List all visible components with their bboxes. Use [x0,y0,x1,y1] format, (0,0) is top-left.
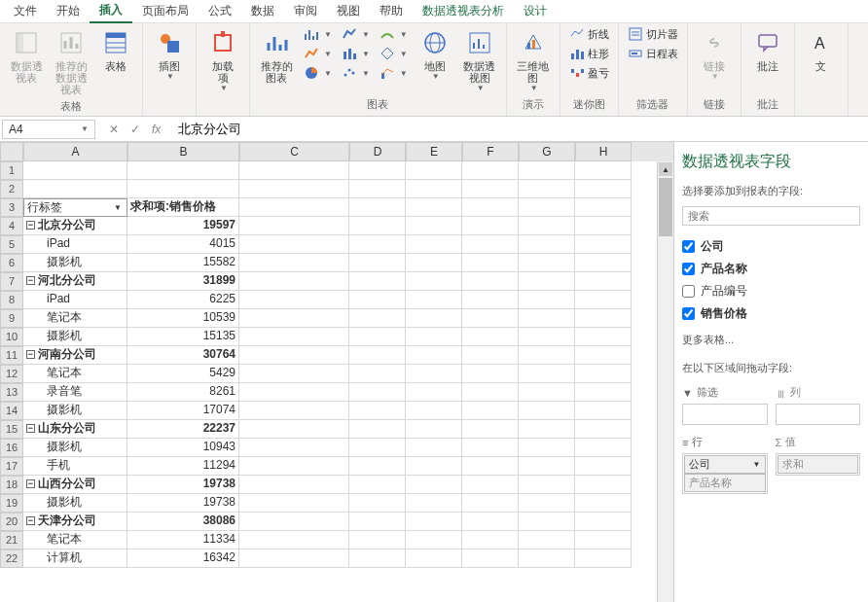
cancel-formula-icon[interactable]: ✕ [109,123,119,136]
cell[interactable] [462,476,519,494]
cell[interactable] [349,383,406,402]
cell[interactable] [519,254,575,272]
cell[interactable] [239,254,349,272]
cell[interactable] [349,217,406,235]
tab-data[interactable]: 数据 [241,0,284,22]
pivot-item-cell[interactable]: 笔记本 [23,365,127,383]
collapse-icon[interactable]: − [26,479,35,488]
row-header-17[interactable]: 17 [0,457,23,476]
cell[interactable] [406,291,462,309]
cell[interactable] [349,457,406,476]
cell[interactable] [349,161,406,180]
cell[interactable] [462,402,519,420]
cell[interactable] [23,180,127,198]
row-header-3[interactable]: 3 [0,198,23,217]
tab-file[interactable]: 文件 [4,0,47,22]
cell[interactable] [575,254,632,272]
cell[interactable] [462,254,519,272]
chart-bar-button[interactable]: ▼ [301,25,335,43]
cell[interactable] [239,217,349,235]
cell[interactable] [239,513,349,531]
field-checkbox[interactable] [682,307,695,320]
cell[interactable] [575,346,632,365]
addins-button[interactable]: 加载 项▼ [202,25,243,94]
cell[interactable] [406,254,462,272]
cell[interactable] [239,494,349,513]
pivot-group-cell[interactable]: −河南分公司 [23,346,127,365]
pivot-value-cell[interactable]: 22237 [127,420,239,439]
cell[interactable] [406,217,462,235]
tab-view[interactable]: 视图 [327,0,370,22]
cell[interactable] [406,161,462,180]
cell[interactable] [519,476,575,494]
cell[interactable] [349,235,406,254]
cell[interactable] [519,383,575,402]
field-item[interactable]: 公司 [682,235,860,258]
pivot-item-cell[interactable]: 摄影机 [23,328,127,346]
cell[interactable] [239,291,349,309]
col-header-H[interactable]: H [575,142,632,161]
cell[interactable] [406,180,462,198]
col-header-G[interactable]: G [519,142,575,161]
cell[interactable] [462,198,519,217]
row-field-item[interactable]: 公司▼ [684,455,766,474]
tab-pivot-analyze[interactable]: 数据透视表分析 [413,0,514,22]
pivot-value-cell[interactable]: 4015 [127,235,239,254]
illustration-button[interactable]: 插图▼ [149,25,190,83]
pivot-group-cell[interactable]: −山西分公司 [23,476,127,494]
pivot-value-cell[interactable]: 30764 [127,346,239,365]
cell[interactable] [575,420,632,439]
cell[interactable] [519,513,575,531]
cell[interactable] [406,439,462,457]
cell[interactable] [575,235,632,254]
cell[interactable] [349,180,406,198]
pivot-value-cell[interactable]: 10539 [127,309,239,328]
cell[interactable] [349,476,406,494]
cell[interactable] [349,328,406,346]
pivot-item-cell[interactable]: 摄影机 [23,439,127,457]
cell[interactable] [349,402,406,420]
pivot-value-cell[interactable]: 8261 [127,383,239,402]
cell[interactable] [519,346,575,365]
col-header-F[interactable]: F [462,142,519,161]
pivot-item-cell[interactable]: iPad [23,291,127,309]
cell[interactable] [519,457,575,476]
cell[interactable] [519,309,575,328]
tab-review[interactable]: 审阅 [284,0,327,22]
tab-help[interactable]: 帮助 [370,0,413,22]
row-header-8[interactable]: 8 [0,291,23,309]
table-button[interactable]: 表格 [95,25,136,74]
pivot-item-cell[interactable]: 笔记本 [23,531,127,549]
cell[interactable] [462,457,519,476]
cell[interactable] [349,549,406,568]
cell[interactable] [575,217,632,235]
pivot-item-cell[interactable]: iPad [23,235,127,254]
pivot-group-cell[interactable]: −北京分公司 [23,217,127,235]
field-item[interactable]: 产品编号 [682,280,860,302]
cell[interactable] [519,272,575,291]
col-header-C[interactable]: C [239,142,349,161]
pivot-item-cell[interactable]: 手机 [23,457,127,476]
field-checkbox[interactable] [682,263,695,275]
cell[interactable] [519,235,575,254]
col-header-D[interactable]: D [349,142,406,161]
pivot-table-button[interactable]: 数据透 视表 [6,25,47,86]
comment-button[interactable]: 批注 [747,25,788,74]
cell[interactable] [406,235,462,254]
spreadsheet-grid[interactable]: ABCDEFGH 123行标签▼求和项:销售价格4−北京分公司195975iPa… [0,142,673,602]
field-item[interactable]: 产品名称 [682,258,860,280]
row-header-13[interactable]: 13 [0,383,23,402]
scroll-thumb[interactable] [659,178,672,236]
chart-scatter-button[interactable]: ▼ [339,64,373,82]
cell[interactable] [575,476,632,494]
row-header-15[interactable]: 15 [0,420,23,439]
cell[interactable] [519,328,575,346]
row-header-16[interactable]: 16 [0,439,23,457]
cell[interactable] [519,365,575,383]
tab-insert[interactable]: 插入 [90,0,132,23]
pivot-item-cell[interactable]: 摄影机 [23,402,127,420]
timeline-button[interactable]: 日程表 [625,45,681,62]
cell[interactable] [349,272,406,291]
chart-hierarchy-button[interactable]: ▼ [301,45,335,62]
cell[interactable] [406,531,462,549]
